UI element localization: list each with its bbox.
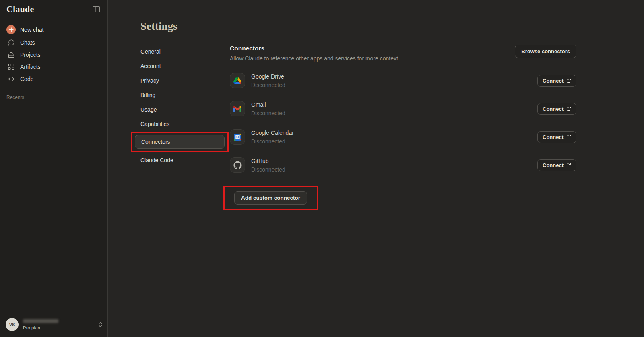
connector-name: Gmail <box>251 101 285 108</box>
sidebar-item-label: Projects <box>20 52 41 58</box>
google-calendar-icon: 31 <box>230 129 245 145</box>
connector-row-gmail: Gmail Disconnected Connect <box>230 101 576 116</box>
gmail-icon <box>230 101 245 116</box>
connectors-subtitle: Allow Claude to reference other apps and… <box>230 55 400 62</box>
settings-nav-billing[interactable]: Billing <box>134 88 230 102</box>
settings-nav-usage[interactable]: Usage <box>134 103 230 116</box>
sidebar-item-new-chat[interactable]: New chat <box>3 23 104 37</box>
settings-nav: General Account Privacy Billing Usage Ca… <box>134 45 230 210</box>
external-link-icon <box>566 134 571 139</box>
connector-status: Disconnected <box>251 110 285 116</box>
settings-nav-account[interactable]: Account <box>134 59 230 73</box>
user-meta: Pro plan <box>23 319 58 330</box>
settings-nav-capabilities[interactable]: Capabilities <box>134 117 230 131</box>
user-plan-label: Pro plan <box>23 325 58 330</box>
connector-row-github: GitHub Disconnected Connect <box>230 157 576 173</box>
settings-nav-privacy[interactable]: Privacy <box>134 74 230 87</box>
external-link-icon <box>566 106 571 111</box>
user-name-redacted <box>23 319 58 323</box>
shapes-grid-icon <box>6 63 16 70</box>
connector-name: Google Calendar <box>251 130 294 136</box>
panel-left-icon[interactable] <box>91 4 102 14</box>
external-link-icon <box>566 163 571 167</box>
connectors-list: Google Drive Disconnected Connect <box>230 73 576 173</box>
connect-button-github[interactable]: Connect <box>537 159 576 171</box>
sidebar: Claude New chat Chats Projects <box>0 0 108 337</box>
sidebar-item-artifacts[interactable]: Artifacts <box>3 61 104 73</box>
connect-button-google-calendar[interactable]: Connect <box>537 131 576 143</box>
sidebar-nav: New chat Chats Projects Artifacts Code <box>0 18 107 85</box>
connector-status: Disconnected <box>251 82 285 88</box>
user-menu[interactable]: VS Pro plan <box>0 313 107 337</box>
connectors-heading: Connectors <box>230 45 400 52</box>
svg-text:31: 31 <box>236 135 239 139</box>
plus-circle-icon <box>6 25 16 34</box>
sidebar-item-code[interactable]: Code <box>3 73 104 85</box>
chevron-up-down-icon <box>98 322 103 327</box>
connector-status: Disconnected <box>251 166 285 173</box>
settings-nav-general[interactable]: General <box>134 45 230 58</box>
sidebar-item-label: Code <box>20 76 33 82</box>
sidebar-item-label: New chat <box>20 27 43 33</box>
recents-label: Recents <box>6 95 107 100</box>
browse-connectors-button[interactable]: Browse connectors <box>515 45 576 58</box>
add-custom-connector-button[interactable]: Add custom connector <box>234 191 307 205</box>
sidebar-item-projects[interactable]: Projects <box>3 49 104 61</box>
settings-nav-claude-code[interactable]: Claude Code <box>134 153 230 167</box>
claude-wordmark[interactable]: Claude <box>6 4 34 14</box>
code-brackets-icon <box>6 75 16 83</box>
connectors-section: Connectors Allow Claude to reference oth… <box>230 45 576 210</box>
connector-name: GitHub <box>251 158 285 164</box>
connector-name: Google Drive <box>251 73 285 80</box>
google-drive-icon <box>230 73 245 88</box>
chat-bubble-icon <box>6 39 16 46</box>
github-icon <box>230 157 245 173</box>
sidebar-item-label: Artifacts <box>20 64 41 70</box>
connect-button-google-drive[interactable]: Connect <box>537 75 576 87</box>
connectors-header-text: Connectors Allow Claude to reference oth… <box>230 45 400 62</box>
external-link-icon <box>566 78 571 83</box>
sidebar-item-chats[interactable]: Chats <box>3 37 104 49</box>
connector-row-google-drive: Google Drive Disconnected Connect <box>230 73 576 88</box>
connector-row-google-calendar: 31 Google Calendar Disconnected Connect <box>230 129 576 145</box>
avatar: VS <box>6 318 19 331</box>
toolbox-icon <box>6 51 16 58</box>
annotation-box-add-custom-connector: Add custom connector <box>223 186 318 210</box>
sidebar-item-label: Chats <box>20 39 35 46</box>
connector-status: Disconnected <box>251 138 294 145</box>
settings-page: Settings General Account Privacy Billing… <box>108 0 644 337</box>
page-title: Settings <box>140 20 576 33</box>
annotation-box-connectors: Connectors <box>131 132 229 152</box>
settings-nav-connectors[interactable]: Connectors <box>135 135 225 149</box>
sidebar-header: Claude <box>0 0 107 18</box>
connect-button-gmail[interactable]: Connect <box>537 103 576 115</box>
